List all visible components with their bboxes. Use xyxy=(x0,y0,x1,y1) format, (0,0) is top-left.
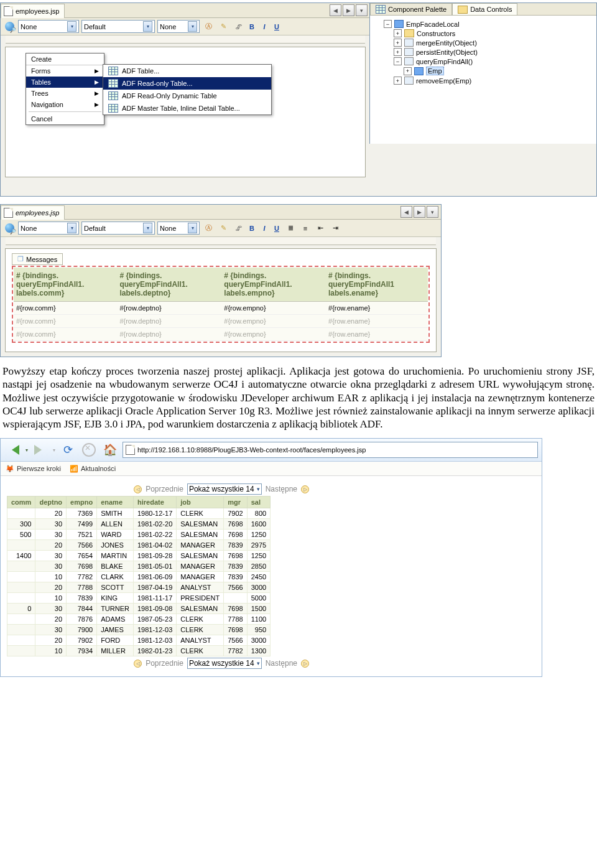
cell: 1982-01-23 xyxy=(133,646,176,656)
home-button[interactable]: 🏠 xyxy=(101,441,119,459)
tab-menu-button[interactable]: ▾ xyxy=(356,4,368,16)
method-icon xyxy=(404,57,414,65)
italic-button[interactable]: I xyxy=(259,23,269,30)
cell: #{row.comm} xyxy=(14,315,117,328)
bold-button[interactable]: B xyxy=(247,23,257,30)
table-row: 207369SMITH1980-12-17CLERK7902800 xyxy=(7,508,271,519)
attach-icon[interactable]: 🖇 xyxy=(232,222,244,235)
messages-tab[interactable]: ❐ Messages xyxy=(12,253,63,265)
palette-tab-data-controls[interactable]: Data Controls xyxy=(452,3,517,15)
file-tab[interactable]: employees.jsp xyxy=(1,205,65,220)
expand-icon[interactable]: + xyxy=(404,67,412,75)
ctx-item-trees[interactable]: Trees▶ xyxy=(26,88,104,99)
text-color-icon[interactable]: Ⓐ xyxy=(202,21,215,33)
size-select[interactable]: None▾ xyxy=(157,20,200,33)
style-select[interactable]: None▾ xyxy=(18,222,79,235)
table-row: 307698BLAKE1981-05-01MANAGER78392850 xyxy=(7,561,271,572)
ctx-item-cancel[interactable]: Cancel xyxy=(26,113,104,124)
forward-menu-icon[interactable]: ▾ xyxy=(53,447,55,453)
collapse-icon[interactable]: − xyxy=(384,20,392,28)
back-button[interactable] xyxy=(4,441,22,459)
expand-icon[interactable]: + xyxy=(394,77,402,85)
cell: 20 xyxy=(35,582,67,593)
indent-icon[interactable]: ⇥ xyxy=(329,222,341,235)
pager-select[interactable]: Pokaż wszystkie 14▾ xyxy=(187,483,262,495)
table-row: 107934MILLER1982-01-23CLERK77821300 xyxy=(7,646,271,656)
collapse-icon[interactable]: − xyxy=(394,57,402,65)
expand-icon[interactable]: + xyxy=(394,29,402,37)
tree-root[interactable]: −EmpFacadeLocal xyxy=(384,19,594,29)
font-select[interactable]: Default▾ xyxy=(81,20,155,33)
bookmark-first-steps[interactable]: 🦊Pierwsze kroki xyxy=(6,464,61,473)
tree-constructors[interactable]: +Constructors xyxy=(384,29,594,38)
list-ol-icon[interactable]: ≡ xyxy=(299,222,312,235)
sub-item-adf-master-detail[interactable]: ADF Master Table, Inline Detail Table... xyxy=(103,102,271,114)
cell: #{row.empno} xyxy=(221,315,326,328)
cell xyxy=(7,635,35,646)
preview-icon[interactable] xyxy=(3,21,16,33)
cell: 7934 xyxy=(67,646,97,656)
font-select[interactable]: Default▾ xyxy=(81,222,155,235)
tree-merge[interactable]: +mergeEntity(Object) xyxy=(384,38,594,47)
ctx-item-tables[interactable]: Tables▶ xyxy=(26,77,104,88)
stop-button[interactable] xyxy=(80,441,98,459)
tree-remove[interactable]: +removeEmp(Emp) xyxy=(384,76,594,85)
tree-label: removeEmp(Emp) xyxy=(416,77,471,85)
pager-prev[interactable]: Poprzednie xyxy=(146,659,183,668)
highlight-icon[interactable]: ✎ xyxy=(217,21,229,33)
sub-item-adf-table[interactable]: ADF Table... xyxy=(103,65,271,77)
style-select[interactable]: None▾ xyxy=(18,20,79,33)
tab-menu-button[interactable]: ▾ xyxy=(427,206,438,218)
context-menu-title: Create xyxy=(26,54,104,65)
file-tab[interactable]: employees.jsp xyxy=(1,4,65,18)
ctx-item-forms[interactable]: Forms▶ xyxy=(26,65,104,77)
tab-next-button[interactable]: ▶ xyxy=(414,206,425,218)
pager-select[interactable]: Pokaż wszystkie 14▾ xyxy=(187,658,262,669)
refresh-button[interactable]: ⟳ xyxy=(59,441,76,459)
table-row: #{row.comm}#{row.deptno}#{row.empno}#{ro… xyxy=(14,315,428,328)
folder-icon xyxy=(404,29,414,37)
tree-query[interactable]: −queryEmpFindAll() xyxy=(384,57,594,66)
forward-button[interactable] xyxy=(32,441,49,459)
cell: 1981-11-17 xyxy=(133,593,176,604)
underline-button[interactable]: U xyxy=(272,225,282,232)
italic-button[interactable]: I xyxy=(259,225,269,232)
list-ul-icon[interactable]: ≣ xyxy=(284,222,297,235)
underline-button[interactable]: U xyxy=(272,23,282,30)
preview-icon[interactable] xyxy=(3,222,16,235)
size-select[interactable]: None▾ xyxy=(157,222,200,235)
cell: 7839 xyxy=(67,593,97,604)
sub-item-adf-readonly-dynamic[interactable]: ADF Read-Only Dynamic Table xyxy=(103,90,271,102)
sub-item-adf-readonly-table[interactable]: ADF Read-only Table... xyxy=(103,77,271,90)
cell: 1500 xyxy=(247,604,270,614)
cell: 7902 xyxy=(67,635,97,646)
tree-label: Constructors xyxy=(417,30,455,37)
editor-toolbar: None▾ Default▾ None▾ Ⓐ ✎ 🖇 B I U ≣ ≡ ⇤ ⇥ xyxy=(1,220,441,237)
tab-prev-button[interactable]: ◀ xyxy=(400,206,412,218)
cell: 1980-12-17 xyxy=(133,508,176,519)
col-head: comm xyxy=(7,497,35,508)
attach-icon[interactable]: 🖇 xyxy=(232,21,244,33)
tree-emp[interactable]: +Emp xyxy=(384,66,594,76)
expand-icon[interactable]: + xyxy=(394,48,402,56)
bold-button[interactable]: B xyxy=(247,225,257,232)
tab-prev-button[interactable]: ◀ xyxy=(330,4,341,16)
cell: 7698 xyxy=(224,625,247,635)
outdent-icon[interactable]: ⇤ xyxy=(314,222,326,235)
pager-next[interactable]: Następne xyxy=(266,659,297,668)
bookmark-news[interactable]: 📶Aktualności xyxy=(70,464,116,473)
ctx-item-navigation[interactable]: Navigation▶ xyxy=(26,99,104,110)
table-row: 207566JONES1981-04-02MANAGER78392975 xyxy=(7,540,271,551)
cell xyxy=(224,593,247,604)
tree-persist[interactable]: +persistEntity(Object) xyxy=(384,47,594,57)
expand-icon[interactable]: + xyxy=(394,39,402,47)
back-menu-icon[interactable]: ▾ xyxy=(25,447,28,453)
pager-next[interactable]: Następne xyxy=(266,485,297,493)
prev-indicator-icon: ◁ xyxy=(134,485,142,493)
highlight-icon[interactable]: ✎ xyxy=(217,222,229,235)
url-field[interactable]: http://192.168.1.10:8988/PlougEJB3-Web-c… xyxy=(123,442,538,458)
pager-prev[interactable]: Poprzednie xyxy=(146,485,183,493)
text-color-icon[interactable]: Ⓐ xyxy=(202,222,215,235)
palette-tab-components[interactable]: Component Palette xyxy=(370,3,452,15)
tab-next-button[interactable]: ▶ xyxy=(343,4,354,16)
